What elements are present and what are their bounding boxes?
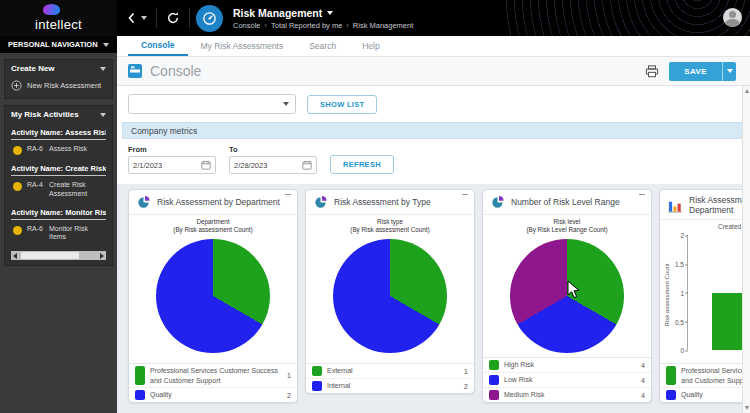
- tab-help[interactable]: Help: [349, 36, 392, 56]
- my-risk-activities-header[interactable]: My Risk Activities: [5, 106, 112, 123]
- bar-chart-icon: [667, 198, 683, 213]
- pie-chart: [510, 239, 624, 353]
- activity-id: RA-6: [27, 225, 44, 234]
- activity-group-header: Activity Name: Monitor Risk Items: [11, 208, 106, 220]
- card-header: Risk Assessment by Department: [660, 190, 750, 220]
- collapse-card-button[interactable]: [639, 194, 645, 195]
- activity-group-header: Activity Name: Assess Risk: [11, 128, 106, 140]
- collapse-card-button[interactable]: [285, 194, 291, 195]
- card-title: Risk Assessment by Type: [334, 197, 431, 207]
- chevron-down-icon: [141, 16, 147, 20]
- back-icon: [127, 12, 136, 24]
- legend-row: Low Risk 4: [483, 373, 651, 388]
- chart-card-risk-by-department: Risk Assessment by Department Department…: [128, 189, 298, 403]
- personal-navigation-header[interactable]: PERSONAL NAVIGATION: [0, 36, 117, 53]
- tab-console[interactable]: Console: [128, 36, 188, 56]
- save-button[interactable]: SAVE: [669, 62, 722, 81]
- legend-swatch: [489, 375, 499, 385]
- to-date-input[interactable]: 2/28/2023: [229, 156, 317, 174]
- pie-chart-icon: [136, 195, 151, 210]
- legend-swatch: [666, 390, 676, 400]
- activity-id: RA-4: [27, 181, 44, 190]
- activity-group: Activity Name: Assess Risk RA-6 Assess R…: [5, 123, 112, 159]
- tab-my-risk-assessments[interactable]: My Risk Assessments: [188, 36, 297, 56]
- filter-row: SHOW LIST: [117, 86, 750, 122]
- scroll-right-icon[interactable]: [100, 253, 104, 259]
- legend-swatch: [312, 381, 322, 391]
- refresh-button[interactable]: REFRESH: [330, 155, 394, 174]
- collapse-card-button[interactable]: [462, 194, 468, 195]
- legend-swatch: [135, 390, 145, 400]
- new-risk-assessment-button[interactable]: New Risk Assessment: [5, 77, 112, 98]
- console-select-dropdown[interactable]: [128, 94, 296, 114]
- vertical-scrollbar[interactable]: [742, 86, 750, 413]
- plus-icon: [11, 80, 22, 91]
- scroll-left-icon[interactable]: [13, 253, 17, 259]
- legend-row: Internal 2: [306, 379, 474, 393]
- logo: intellect: [0, 0, 117, 36]
- my-risk-activities-section: My Risk Activities Activity Name: Assess…: [4, 105, 113, 266]
- page-header: Console SAVE: [117, 57, 750, 86]
- calendar-icon[interactable]: [302, 160, 312, 170]
- refresh-button[interactable]: [157, 11, 189, 25]
- app-title: Risk Management: [233, 7, 322, 19]
- status-dot-icon: [13, 182, 22, 191]
- refresh-icon: [166, 11, 180, 25]
- chevron-down-icon: [283, 102, 289, 106]
- y-axis-label: Risk assessment Count: [664, 262, 670, 328]
- app-titles: Risk Management Console › Total Reported…: [233, 7, 413, 30]
- pie-chart: [333, 239, 447, 353]
- print-icon[interactable]: [645, 65, 659, 78]
- to-field: To 2/28/2023: [229, 145, 317, 174]
- legend-row: External 1: [306, 364, 474, 379]
- scroll-up-icon[interactable]: [745, 89, 749, 93]
- breadcrumb-risk-management[interactable]: Risk Management: [353, 21, 413, 30]
- card-title: Risk Assessment by Department: [157, 197, 280, 207]
- pie-chart-icon: [490, 195, 505, 210]
- create-new-header[interactable]: Create New: [5, 60, 112, 77]
- sidebar-horizontal-scrollbar[interactable]: [11, 251, 106, 260]
- activity-item[interactable]: RA-4 Create Risk Assessment: [11, 176, 106, 203]
- legend-row: Quality 2: [129, 388, 297, 402]
- intellect-logo-icon: [43, 4, 60, 15]
- chevron-down-icon: [727, 69, 733, 73]
- card-title: Risk Assessment by Department: [689, 195, 750, 215]
- from-field: From 2/1/2023: [128, 145, 216, 174]
- chart-card-risk-level-range: Number of Risk Level Range Risk level (B…: [482, 189, 652, 403]
- bar-plot-area: 2 1.5 1 0.5 0: [687, 235, 750, 350]
- activity-item[interactable]: RA-6 Assess Risk: [11, 140, 106, 159]
- charts-row: Risk Assessment by Department Department…: [117, 184, 750, 413]
- main-area: Risk Management Console › Total Reported…: [117, 0, 750, 413]
- tab-search[interactable]: Search: [296, 36, 349, 56]
- user-avatar-icon[interactable]: [723, 8, 742, 27]
- breadcrumb-console[interactable]: Console: [233, 21, 261, 30]
- chevron-down-icon: [100, 67, 106, 71]
- activity-item[interactable]: RA-6 Monitor Risk Items: [11, 220, 106, 247]
- legend-row: Quality: [660, 388, 750, 402]
- scrollbar-thumb[interactable]: [21, 252, 80, 259]
- chevron-down-icon: [327, 11, 333, 15]
- calendar-icon[interactable]: [201, 160, 211, 170]
- activity-group: Activity Name: Create Risk Assessment RA…: [5, 159, 112, 203]
- chevron-down-icon: [103, 43, 109, 47]
- create-new-section: Create New New Risk Assessment: [4, 59, 113, 99]
- gauge-icon: [202, 11, 217, 26]
- card-title: Number of Risk Level Range: [511, 197, 620, 207]
- app-title-dropdown[interactable]: Risk Management: [233, 7, 413, 19]
- legend-swatch: [312, 366, 322, 376]
- show-list-button[interactable]: SHOW LIST: [307, 95, 377, 114]
- breadcrumb-total-reported[interactable]: Total Reported by me: [271, 21, 342, 30]
- pie-chart-icon: [313, 195, 328, 210]
- save-dropdown-button[interactable]: [722, 62, 736, 81]
- from-date-input[interactable]: 2/1/2023: [128, 156, 216, 174]
- back-button[interactable]: [117, 12, 156, 24]
- risk-management-app-button[interactable]: [196, 5, 223, 32]
- scroll-down-icon[interactable]: [745, 406, 749, 410]
- chart-legend: High Risk 4 Low Risk 4 Medium Risk 4: [483, 357, 651, 402]
- chart-card-risk-by-type: Risk Assessment by Type Risk type (By Ri…: [305, 189, 475, 394]
- top-bar: Risk Management Console › Total Reported…: [117, 0, 750, 36]
- activity-label: Monitor Risk Items: [49, 225, 104, 243]
- status-dot-icon: [13, 226, 22, 235]
- legend-row: Professional Services Customer Success a…: [660, 364, 750, 388]
- chart-subtitle: Department (By Risk assessment Count): [129, 218, 297, 234]
